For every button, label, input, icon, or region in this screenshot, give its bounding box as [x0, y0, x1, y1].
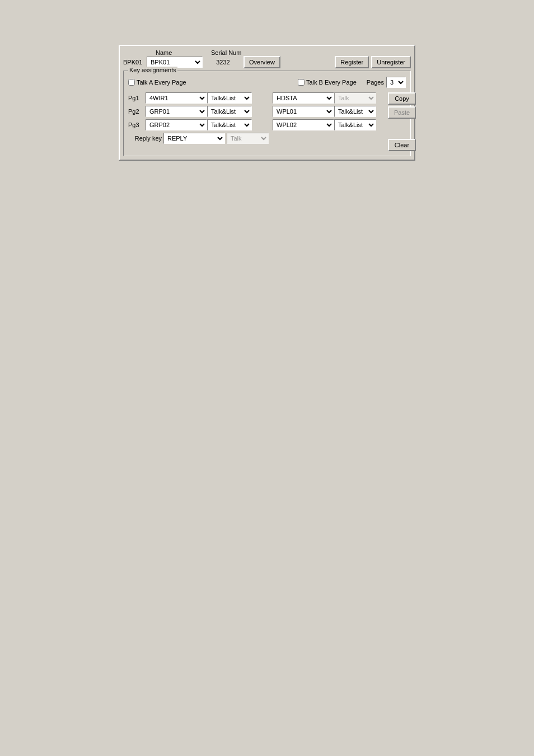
pg3-col-b: WPL02 Talk&List	[273, 119, 385, 130]
pg2-b-mode-select[interactable]: Talk&List	[334, 106, 376, 117]
pg3-a-select[interactable]: GRP02	[146, 119, 207, 130]
pg2-b-select[interactable]: WPL01	[273, 106, 334, 117]
talk-b-checkbox-label[interactable]: Talk B Every Page	[298, 79, 357, 86]
talk-a-checkbox-label[interactable]: Talk A Every Page	[128, 79, 186, 86]
pg2-row: Pg2 GRP01 Talk&List WPL01	[128, 106, 385, 117]
pg3-b-select[interactable]: WPL02	[273, 119, 334, 130]
pg3-a-mode-select[interactable]: Talk&List	[207, 119, 252, 130]
pages-select[interactable]: 3	[386, 77, 406, 88]
copy-button[interactable]: Copy	[388, 92, 416, 105]
device-id: BPK01	[123, 59, 144, 66]
talk-options-row: Talk A Every Page Talk B Every Page Page…	[128, 77, 406, 88]
talk-b-checkbox[interactable]	[298, 79, 305, 86]
serial-column-label: Serial Num	[211, 49, 242, 56]
pg1-label: Pg1	[128, 95, 144, 101]
pg3-col-a: GRP02 Talk&List	[146, 119, 269, 130]
main-panel: Name Serial Num BPK01 BPK01 3232 Overvie…	[119, 45, 415, 161]
name-column-label: Name	[156, 49, 209, 56]
device-name-select[interactable]: BPK01	[147, 57, 203, 68]
key-assignments-group: Key assignments Talk A Every Page Talk B…	[123, 71, 411, 156]
pg3-label: Pg3	[128, 122, 144, 128]
pg2-col-a: GRP01 Talk&List	[146, 106, 269, 117]
pg1-a-mode-select[interactable]: Talk&List	[207, 92, 252, 104]
pg2-a-select[interactable]: GRP01	[146, 106, 207, 117]
group-title: Key assignments	[128, 67, 177, 73]
paste-button[interactable]: Paste	[388, 106, 416, 119]
assignment-rows: Pg1 4WIR1 Talk&List HDSTA	[128, 92, 385, 151]
pg3-row: Pg3 GRP02 Talk&List WPL02	[128, 119, 385, 130]
rows-and-buttons: Pg1 4WIR1 Talk&List HDSTA	[128, 92, 406, 151]
pg1-b-mode-select[interactable]: Talk	[334, 92, 376, 104]
side-buttons: Copy Paste Clear	[388, 92, 416, 151]
talk-b-label: Talk B Every Page	[306, 79, 357, 86]
pg2-a-mode-select[interactable]: Talk&List	[207, 106, 252, 117]
clear-button[interactable]: Clear	[388, 139, 416, 151]
pg1-b-select[interactable]: HDSTA	[273, 92, 334, 104]
pg1-a-select[interactable]: 4WIR1	[146, 92, 207, 104]
pg1-row: Pg1 4WIR1 Talk&List HDSTA	[128, 92, 385, 104]
reply-key-label: Reply key	[128, 135, 162, 142]
reply-row: Reply key REPLY Talk	[128, 133, 385, 144]
pg2-col-b: WPL01 Talk&List	[273, 106, 385, 117]
pg2-label: Pg2	[128, 108, 144, 115]
overview-button[interactable]: Overview	[243, 56, 280, 68]
talk-a-checkbox[interactable]	[128, 79, 135, 86]
register-button[interactable]: Register	[335, 56, 369, 68]
pg1-col-b: HDSTA Talk	[273, 92, 385, 104]
pg3-b-mode-select[interactable]: Talk&List	[334, 119, 376, 130]
reply-key-select[interactable]: REPLY	[163, 133, 225, 144]
talk-a-label: Talk A Every Page	[137, 79, 186, 86]
pg1-col-a: 4WIR1 Talk&List	[146, 92, 269, 104]
header-row: Name Serial Num	[123, 49, 411, 56]
reply-mode-select[interactable]: Talk	[227, 133, 269, 144]
pages-label: Pages	[367, 79, 384, 86]
serial-number: 3232	[210, 58, 236, 66]
unregister-button[interactable]: Unregister	[371, 56, 411, 68]
